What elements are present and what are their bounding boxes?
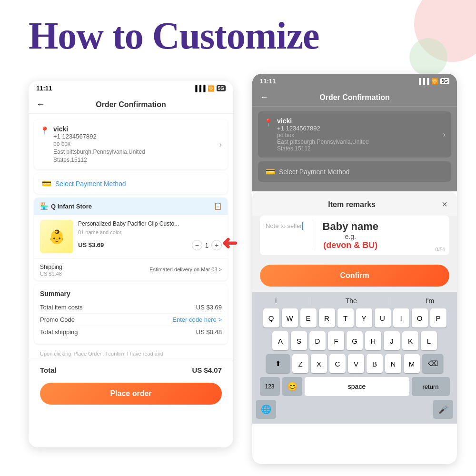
qty-decrease-left[interactable]: − bbox=[192, 240, 202, 250]
total-label-left: Total bbox=[40, 366, 57, 374]
key-f[interactable]: F bbox=[328, 331, 344, 350]
suggestion-divider-2 bbox=[391, 297, 391, 305]
key-b[interactable]: B bbox=[367, 354, 383, 373]
modal-header: Item remarks × bbox=[252, 191, 457, 216]
text-cursor bbox=[302, 222, 303, 230]
key-delete[interactable]: ⌫ bbox=[422, 354, 443, 373]
summary-row-promo[interactable]: Promo Code Enter code here > bbox=[40, 314, 222, 326]
suggestion-i[interactable]: I bbox=[275, 297, 277, 305]
key-u[interactable]: U bbox=[375, 308, 391, 327]
key-t[interactable]: T bbox=[337, 308, 354, 327]
key-a[interactable]: A bbox=[272, 331, 288, 350]
qty-increase-left[interactable]: + bbox=[211, 240, 222, 250]
hint-eg: e.g. bbox=[345, 233, 356, 240]
key-d[interactable]: D bbox=[309, 331, 326, 350]
address-content-right: vicki +1 1234567892 po box East pittsbur… bbox=[277, 117, 439, 152]
key-p[interactable]: P bbox=[430, 308, 446, 327]
shipping-label-left: Shipping: bbox=[40, 264, 64, 270]
key-c[interactable]: C bbox=[329, 354, 346, 373]
key-return[interactable]: return bbox=[412, 377, 450, 396]
key-y[interactable]: Y bbox=[356, 308, 372, 327]
key-s[interactable]: S bbox=[291, 331, 307, 350]
address-section-left[interactable]: 📍 vicki +1 1234567892 po box East pittsb… bbox=[34, 119, 228, 169]
status-time-right: 11:11 bbox=[260, 78, 276, 85]
address-name-right: vicki bbox=[277, 117, 439, 125]
location-icon-left: 📍 bbox=[40, 126, 50, 135]
suggestion-im[interactable]: I'm bbox=[426, 297, 434, 305]
address-phone-right: +1 1234567892 bbox=[277, 125, 439, 132]
product-info-left: Personalized Baby Pacifier Clip Custo...… bbox=[78, 220, 222, 250]
address-box-left: po box bbox=[53, 140, 216, 148]
dark-section-right: 11:11 ▐▐▐ 🛜 5G ← Order Confirmation 📍 vi… bbox=[252, 74, 457, 191]
signal-icon-right: ▐▐▐ bbox=[417, 78, 429, 85]
divider bbox=[313, 220, 313, 250]
key-r[interactable]: R bbox=[319, 308, 335, 327]
key-k[interactable]: K bbox=[402, 331, 418, 350]
address-state-right: States,15112 bbox=[277, 145, 439, 152]
keyboard-row-1: Q W E R T Y U I O P bbox=[254, 308, 455, 327]
key-g[interactable]: G bbox=[347, 331, 363, 350]
address-city-right: East pittsburgh,Pennsylvania,United bbox=[277, 139, 439, 145]
status-time-left: 11:11 bbox=[36, 85, 52, 92]
keyboard-bottom-row: 123 😊 space return bbox=[254, 377, 455, 400]
back-button-left[interactable]: ← bbox=[36, 99, 45, 109]
key-i[interactable]: I bbox=[393, 308, 409, 327]
payment-icon-right: 💳 bbox=[266, 167, 275, 176]
key-v[interactable]: V bbox=[348, 354, 364, 373]
key-microphone[interactable]: 🎤 bbox=[433, 400, 453, 419]
summary-section-left: Summary Total item costs US $3.69 Promo … bbox=[34, 284, 228, 344]
store-section-left: 🏪 Q Infant Store 📋 👶 Personalized Baby P… bbox=[34, 198, 228, 280]
bg-circle-green bbox=[409, 38, 447, 76]
key-emoji[interactable]: 😊 bbox=[282, 377, 302, 396]
note-hint: Baby name e.g. (devon & BU) bbox=[323, 220, 378, 250]
store-name-left: Q Infant Store bbox=[51, 203, 92, 210]
place-order-button[interactable]: Place order bbox=[40, 383, 222, 405]
key-o[interactable]: O bbox=[412, 308, 428, 327]
key-globe[interactable]: 🌐 bbox=[256, 400, 276, 419]
key-space[interactable]: space bbox=[305, 377, 409, 396]
suggestion-divider-1 bbox=[311, 297, 311, 305]
location-icon-right: 📍 bbox=[264, 118, 273, 127]
phone-left-screenshot: 11:11 ▐▐▐ 🛜 5G ← Order Confirmation 📍 vi… bbox=[29, 81, 233, 447]
keyboard: I The I'm Q W E R T Y U I O P A bbox=[252, 292, 457, 424]
key-w[interactable]: W bbox=[282, 308, 298, 327]
payment-icon-left: 💳 bbox=[42, 179, 51, 188]
item-remarks-modal: Item remarks × Note to seller Baby name … bbox=[252, 191, 457, 424]
cursor-area: Note to seller bbox=[266, 220, 303, 250]
key-x[interactable]: X bbox=[311, 354, 327, 373]
key-numbers[interactable]: 123 bbox=[260, 377, 280, 396]
key-e[interactable]: E bbox=[300, 308, 317, 327]
key-h[interactable]: H bbox=[365, 331, 381, 350]
page-title: How to Customize bbox=[29, 14, 319, 58]
key-z[interactable]: Z bbox=[292, 354, 308, 373]
payment-text-right: Select Payment Method bbox=[279, 168, 350, 176]
address-arrow-left: › bbox=[219, 140, 222, 149]
key-n[interactable]: N bbox=[385, 354, 401, 373]
key-j[interactable]: J bbox=[384, 331, 400, 350]
item-costs-value: US $3.69 bbox=[196, 304, 222, 311]
key-q[interactable]: Q bbox=[263, 308, 279, 327]
payment-text-left: Select Payment Method bbox=[55, 180, 220, 188]
back-button-right[interactable]: ← bbox=[260, 92, 268, 102]
wifi-icon: 🛜 bbox=[208, 85, 215, 92]
note-icon-left[interactable]: 📋 bbox=[214, 202, 222, 210]
key-shift[interactable]: ⬆ bbox=[266, 354, 290, 373]
key-l[interactable]: L bbox=[421, 331, 437, 350]
phone-right-screenshot: 11:11 ▐▐▐ 🛜 5G ← Order Confirmation 📍 vi… bbox=[252, 74, 457, 464]
network-icon-right: 5G bbox=[440, 78, 449, 84]
product-name-left: Personalized Baby Pacifier Clip Custo... bbox=[78, 220, 222, 228]
address-city-left: East pittsburgh,Pennsylvania,United bbox=[53, 148, 216, 156]
product-row-left: 👶 Personalized Baby Pacifier Clip Custo.… bbox=[34, 215, 228, 258]
address-box-right: po box bbox=[277, 132, 439, 139]
product-image-left: 👶 bbox=[40, 220, 73, 253]
nav-title-right: Order Confirmation bbox=[268, 93, 441, 102]
payment-section-left[interactable]: 💳 Select Payment Method bbox=[34, 173, 228, 194]
confirm-button[interactable]: Confirm bbox=[260, 265, 449, 287]
suggestion-the[interactable]: The bbox=[346, 297, 357, 305]
modal-close-button[interactable]: × bbox=[442, 199, 447, 210]
hint-title: Baby name bbox=[323, 220, 378, 233]
note-area[interactable]: Note to seller Baby name e.g. (devon & B… bbox=[260, 216, 449, 255]
key-m[interactable]: M bbox=[404, 354, 420, 373]
note-placeholder: Note to seller bbox=[266, 222, 302, 229]
promo-label: Promo Code bbox=[40, 316, 75, 323]
